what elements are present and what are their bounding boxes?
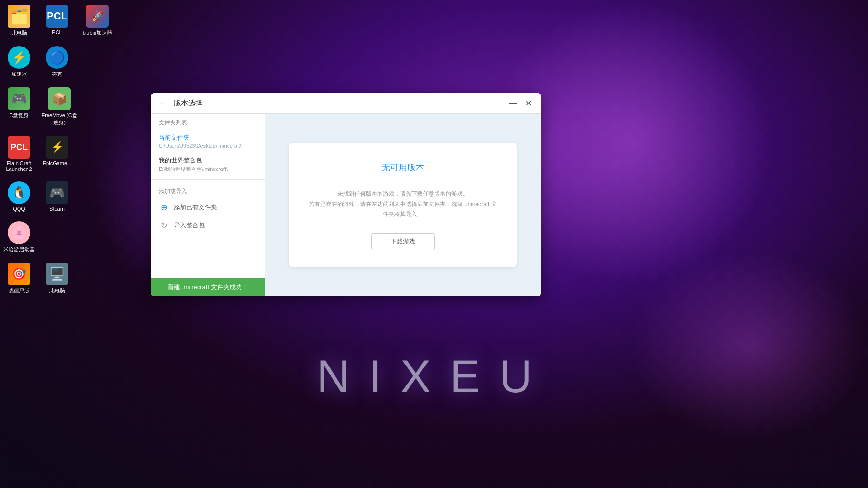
add-folder-label: 添加已有文件夹 [174, 203, 217, 212]
freemove-label: FreeMove (C盘瘦身) [40, 112, 78, 126]
other-folder-name: 我的世界整合包 [159, 156, 257, 165]
import-modpack-action[interactable]: ↻ 导入整合包 [151, 216, 265, 235]
modal-body: 文件夹列表 当前文件夹 C:\Users\99523\Desktop\.mine… [151, 114, 541, 296]
biubiu-icon: 🚀 [86, 5, 109, 28]
success-toast: 新建 .minecraft 文件夹成功！ [151, 278, 265, 296]
other-folder-item[interactable]: 我的世界整合包 E:\我的世界整合包\.minecraft\ [151, 152, 265, 177]
no-version-card: 无可用版本 未找到任何版本的游戏，请先下载任意版本的游戏。 若有已存在的游戏，请… [289, 143, 517, 267]
desktop-icon-folder[interactable]: 🗂️ 此电脑 [0, 2, 38, 39]
zhandou-icon: 🎯 [8, 263, 30, 285]
biubiu-label: biubiu加速器 [83, 29, 112, 37]
mihayou-icon: 🌸 [8, 221, 30, 244]
qq-icon: 🐧 [8, 181, 30, 204]
folders-section-label: 文件夹列表 [151, 114, 265, 130]
add-section-label: 添加或导入 [151, 183, 265, 198]
launcher-label: 加速器 [11, 71, 27, 78]
desktop-icon-pcl2[interactable]: PCL Plain Craft Launcher 2 [0, 133, 38, 174]
desktop-icon-mihayou[interactable]: 🌸 米哈游启动器 [0, 219, 38, 255]
desktop-icon-steam[interactable]: 🎮 Steam [38, 179, 76, 214]
modal-titlebar: ← 版本选择 — ✕ [151, 93, 541, 114]
this-pc-icon: 🖥️ [46, 263, 68, 285]
version-select-modal: ← 版本选择 — ✕ 文件夹列表 当前文件夹 C:\Users\99523\De… [151, 93, 541, 296]
epic-label: EpicGame... [43, 160, 72, 166]
desktop-icon-this-pc[interactable]: 🖥️ 此电脑 [38, 260, 76, 297]
desktop-icon-epic[interactable]: ⚡ EpicGame... [38, 133, 76, 174]
desktop-icon-yako[interactable]: 🔵 夯克 [38, 44, 76, 80]
steam-icon: 🎮 [46, 181, 68, 204]
add-folder-action[interactable]: ⊕ 添加已有文件夹 [151, 198, 265, 216]
desktop-icon-qq[interactable]: 🐧 QQQ [0, 179, 38, 214]
yako-icon: 🔵 [46, 46, 68, 69]
games-icon: 🎮 [8, 87, 30, 110]
other-folder-path: E:\我的世界整合包\.minecraft\ [159, 166, 257, 173]
current-folder-name: 当前文件夹 [159, 133, 257, 142]
download-game-button[interactable]: 下载游戏 [371, 233, 435, 250]
import-icon: ↻ [159, 220, 169, 231]
steam-label: Steam [49, 206, 65, 212]
minimize-button[interactable]: — [506, 97, 520, 110]
pcl2-label: Plain Craft Launcher 2 [2, 160, 36, 172]
current-folder-path: C:\Users\99523\Desktop\.minecraft\ [159, 143, 257, 149]
freemove-icon: 📦 [48, 87, 71, 110]
no-version-title: 无可用版本 [308, 162, 498, 181]
launcher-icon: ⚡ [8, 46, 30, 69]
folder-label: 此电脑 [11, 29, 27, 37]
desktop-icon-pcl[interactable]: PCL PCL [38, 2, 76, 39]
modal-title: 版本选择 [174, 99, 506, 108]
no-version-description: 未找到任何版本的游戏，请先下载任意版本的游戏。 若有已存在的游戏，请在左边的列表… [308, 189, 498, 220]
import-label: 导入整合包 [174, 221, 205, 230]
games-label: C盘复身 [10, 112, 29, 119]
mihayou-label: 米哈游启动器 [3, 246, 35, 253]
desktop-icon-games[interactable]: 🎮 C盘复身 [0, 85, 38, 129]
yako-label: 夯克 [52, 71, 62, 78]
current-folder-item[interactable]: 当前文件夹 C:\Users\99523\Desktop\.minecraft\ [151, 130, 265, 152]
desktop-icon-biubiu[interactable]: 🚀 biubiu加速器 [76, 2, 119, 39]
divider [151, 179, 265, 180]
folder-icon: 🗂️ [8, 5, 30, 28]
desktop-icon-launcher[interactable]: ⚡ 加速器 [0, 44, 38, 80]
zhandou-label: 战僵尸版 [9, 287, 29, 294]
pcl-label: PCL [52, 29, 62, 35]
right-panel: 无可用版本 未找到任何版本的游戏，请先下载任意版本的游戏。 若有已存在的游戏，请… [265, 114, 541, 296]
pcl-icon: PCL [46, 5, 68, 28]
desktop-icons-column: 🗂️ 此电脑 PCL PCL 🚀 biubiu加速器 ⚡ 加速器 🔵 夯克 🎮 … [0, 0, 119, 297]
desktop-icon-freemove[interactable]: 📦 FreeMove (C盘瘦身) [38, 85, 81, 129]
nixeu-watermark: NIXEU [317, 350, 551, 403]
qq-label: QQQ [13, 206, 25, 212]
desktop-icon-zhandou[interactable]: 🎯 战僵尸版 [0, 260, 38, 297]
this-pc-label: 此电脑 [49, 287, 65, 294]
add-folder-icon: ⊕ [159, 202, 169, 213]
window-controls: — ✕ [506, 97, 535, 110]
epic-icon: ⚡ [46, 136, 68, 159]
pcl2-icon: PCL [8, 136, 30, 159]
close-button[interactable]: ✕ [522, 97, 535, 110]
back-button[interactable]: ← [157, 97, 170, 110]
left-panel: 文件夹列表 当前文件夹 C:\Users\99523\Desktop\.mine… [151, 114, 265, 296]
